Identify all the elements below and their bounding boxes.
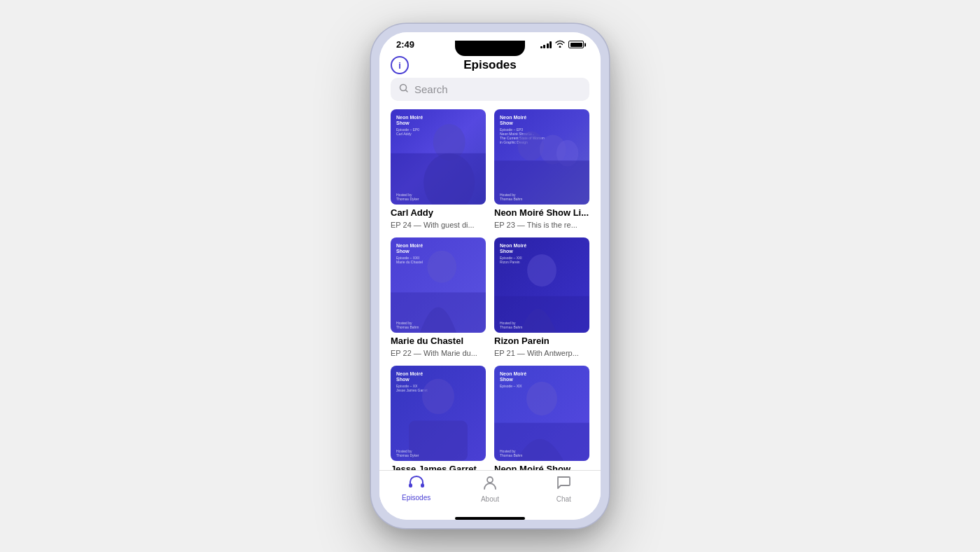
episode-item[interactable]: Neon MoiréShow Episode – EP0Carl Addy Ho… bbox=[391, 109, 486, 229]
episode-subtitle: EP 22 — With Marie du... bbox=[391, 349, 486, 357]
tab-episodes[interactable]: Episodes bbox=[379, 475, 453, 503]
svg-rect-17 bbox=[421, 483, 424, 488]
phone-screen: 2:49 bbox=[379, 32, 601, 520]
page-title: Episodes bbox=[463, 58, 517, 72]
svg-point-10 bbox=[527, 254, 556, 287]
search-bar[interactable]: Search bbox=[391, 78, 589, 101]
info-button[interactable]: i bbox=[391, 56, 409, 74]
svg-point-18 bbox=[487, 477, 493, 483]
tab-about[interactable]: About bbox=[453, 475, 526, 503]
episode-name: Marie du Chastel bbox=[391, 336, 486, 346]
header: i Episodes bbox=[379, 53, 601, 78]
svg-point-12 bbox=[422, 379, 454, 414]
signal-icon bbox=[540, 41, 552, 48]
episode-item[interactable]: Neon MoiréShow Episode – XIX Hosted byTh… bbox=[494, 366, 589, 470]
home-indicator bbox=[455, 517, 525, 520]
svg-point-8 bbox=[427, 251, 456, 283]
tab-chat-label: Chat bbox=[556, 495, 571, 503]
episode-name: Jesse James Garret bbox=[391, 464, 486, 470]
episode-name: Neon Moiré Show Li... bbox=[494, 207, 589, 218]
phone-frame: 2:49 bbox=[371, 24, 609, 528]
episode-thumbnail: Neon MoiréShow Episode – XXJesse James G… bbox=[391, 366, 486, 461]
episode-subtitle: EP 24 — With guest di... bbox=[391, 221, 486, 229]
episode-thumbnail: Neon MoiréShow Episode – XXIIMarie du Ch… bbox=[391, 237, 486, 333]
phone-mockup: 2:49 bbox=[371, 24, 609, 528]
episode-thumbnail: Neon MoiréShow Episode – XXIRizon Parein… bbox=[494, 237, 589, 333]
person-icon bbox=[482, 475, 498, 493]
tab-episodes-label: Episodes bbox=[402, 494, 430, 502]
episode-subtitle: EP 21 — With Antwerp... bbox=[494, 349, 589, 357]
svg-rect-16 bbox=[409, 483, 412, 488]
episode-thumbnail: Neon MoiréShow Episode – EP0Carl Addy Ho… bbox=[391, 109, 486, 205]
app-content: i Episodes Search bbox=[379, 53, 601, 520]
episodes-grid: Neon MoiréShow Episode – EP0Carl Addy Ho… bbox=[379, 109, 601, 470]
battery-icon bbox=[568, 41, 584, 48]
headphones-icon bbox=[408, 475, 425, 492]
episode-item[interactable]: Neon MoiréShow Episode – XXIIMarie du Ch… bbox=[391, 237, 486, 357]
episode-name: Neon Moiré Show bbox=[494, 464, 589, 470]
episode-thumbnail: Neon MoiréShow Episode – XIX Hosted byTh… bbox=[494, 366, 589, 461]
status-icons bbox=[540, 40, 584, 49]
notch bbox=[455, 41, 525, 56]
chat-icon bbox=[556, 475, 571, 493]
svg-point-14 bbox=[526, 382, 557, 415]
episode-thumbnail: Neon MoiréShow Episode – EP3Neon Moiré S… bbox=[494, 109, 589, 205]
tab-bar: Episodes About bbox=[379, 470, 601, 514]
episode-name: Rizon Parein bbox=[494, 336, 589, 346]
episode-name: Carl Addy bbox=[391, 207, 486, 218]
search-icon bbox=[399, 83, 409, 95]
search-placeholder: Search bbox=[414, 83, 448, 95]
episode-item[interactable]: Neon MoiréShow Episode – EP3Neon Moiré S… bbox=[494, 109, 589, 229]
tab-chat[interactable]: Chat bbox=[527, 475, 601, 503]
episode-subtitle: EP 23 — This is the re... bbox=[494, 221, 589, 229]
status-time: 2:49 bbox=[396, 39, 414, 50]
tab-about-label: About bbox=[481, 495, 499, 503]
episode-item[interactable]: Neon MoiréShow Episode – XXJesse James G… bbox=[391, 366, 486, 470]
episode-item[interactable]: Neon MoiréShow Episode – XXIRizon Parein… bbox=[494, 237, 589, 357]
wifi-icon bbox=[555, 40, 565, 49]
